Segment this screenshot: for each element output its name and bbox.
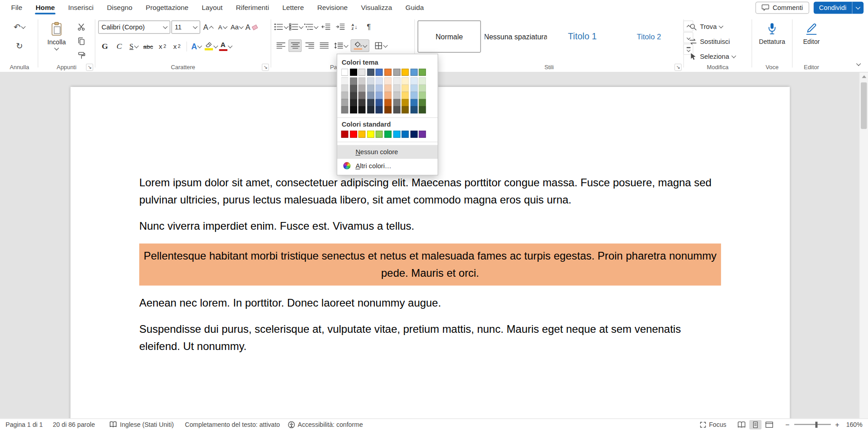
menu-tab-lettere[interactable]: Lettere [276, 0, 311, 15]
style-card-titolo-1[interactable]: Titolo 1 [551, 20, 614, 52]
theme-variant-swatch[interactable] [359, 92, 366, 99]
theme-variant-swatch[interactable] [341, 85, 349, 92]
multilevel-list-button[interactable] [304, 20, 318, 33]
theme-variant-swatch[interactable] [384, 85, 392, 92]
line-spacing-button[interactable] [332, 39, 349, 52]
theme-variant-swatch[interactable] [401, 92, 409, 99]
share-button[interactable]: Condividi [813, 1, 863, 14]
standard-color-swatch[interactable] [376, 131, 383, 138]
increase-indent-button[interactable] [333, 20, 346, 33]
theme-variant-swatch[interactable] [401, 77, 409, 85]
menu-tab-layout[interactable]: Layout [195, 0, 229, 15]
appunti-dialog-launcher[interactable]: ↘ [86, 64, 93, 71]
theme-variant-swatch[interactable] [367, 99, 374, 106]
zoom-in-button[interactable]: + [834, 421, 841, 429]
standard-color-swatch[interactable] [367, 131, 374, 138]
dictate-button[interactable]: Dettatura [756, 20, 788, 63]
find-button[interactable]: Trova [687, 20, 749, 33]
bullets-button[interactable] [274, 20, 288, 33]
theme-color-swatch[interactable] [384, 69, 392, 76]
paragraph-3[interactable]: Pellentesque habitant morbi tristique se… [139, 244, 721, 286]
comments-button[interactable]: Commenti [755, 1, 809, 14]
theme-color-swatch[interactable] [376, 69, 383, 76]
strikethrough-button[interactable]: abc [142, 40, 155, 52]
format-painter-button[interactable] [74, 49, 87, 62]
italic-button[interactable]: C [113, 40, 126, 52]
theme-color-swatch[interactable] [359, 69, 366, 76]
standard-color-swatch[interactable] [393, 131, 400, 138]
replace-button[interactable]: Sostituisci [687, 35, 749, 47]
carattere-dialog-launcher[interactable]: ↘ [262, 64, 269, 71]
change-case-button[interactable]: Aa [230, 21, 243, 33]
font-color-button[interactable]: A [218, 40, 231, 52]
more-colors-option[interactable]: Altri colori… [337, 159, 438, 173]
theme-variant-swatch[interactable] [393, 85, 400, 92]
numbering-button[interactable] [289, 20, 303, 33]
standard-color-swatch[interactable] [341, 131, 349, 138]
paragraph-5[interactable]: Suspendisse dui purus, scelerisque at, v… [139, 321, 721, 355]
menu-tab-disegno[interactable]: Disegno [100, 0, 139, 15]
menu-tab-inserisci[interactable]: Inserisci [61, 0, 100, 15]
align-center-button[interactable] [288, 39, 302, 52]
theme-variant-swatch[interactable] [393, 92, 400, 99]
accessibility-status[interactable]: Accessibilità: conforme [288, 421, 363, 428]
page-indicator[interactable]: Pagina 1 di 1 [5, 421, 42, 428]
text-effects-button[interactable]: A [190, 40, 203, 52]
grow-font-button[interactable]: A [201, 21, 214, 33]
scrollbar-thumb[interactable] [861, 82, 867, 129]
theme-color-swatch[interactable] [350, 69, 357, 76]
theme-variant-swatch[interactable] [350, 106, 357, 113]
style-card-titolo-2[interactable]: Titolo 2 [617, 20, 680, 52]
paragraph-2[interactable]: Nunc viverra imperdiet enim. Fusce est. … [139, 217, 721, 235]
menu-tab-home[interactable]: Home [29, 0, 61, 15]
theme-variant-swatch[interactable] [410, 106, 418, 113]
borders-button[interactable] [371, 39, 391, 52]
theme-variant-swatch[interactable] [384, 92, 392, 99]
style-card-nessuna-spaziatura[interactable]: Nessuna spaziatura [484, 20, 547, 52]
zoom-out-button[interactable]: − [784, 421, 791, 429]
sort-button[interactable]: AZ ↓ [348, 20, 361, 33]
standard-color-swatch[interactable] [401, 131, 409, 138]
standard-color-swatch[interactable] [419, 131, 426, 138]
underline-button[interactable]: S [127, 40, 140, 52]
theme-variant-swatch[interactable] [359, 77, 366, 85]
theme-variant-swatch[interactable] [384, 77, 392, 85]
theme-variant-swatch[interactable] [350, 85, 357, 92]
theme-color-swatch[interactable] [393, 69, 400, 76]
read-mode-button[interactable] [735, 420, 747, 429]
zoom-slider[interactable] [794, 424, 830, 425]
theme-variant-swatch[interactable] [419, 92, 426, 99]
editor-button[interactable]: Editor [796, 20, 827, 63]
focus-toggle[interactable]: Focus [700, 421, 726, 428]
theme-variant-swatch[interactable] [410, 85, 418, 92]
undo-button[interactable]: ↶ [4, 20, 35, 33]
copy-button[interactable] [74, 35, 87, 47]
theme-variant-swatch[interactable] [376, 85, 383, 92]
theme-variant-swatch[interactable] [419, 85, 426, 92]
standard-color-swatch[interactable] [410, 131, 418, 138]
theme-variant-swatch[interactable] [350, 92, 357, 99]
bold-button[interactable]: G [98, 40, 111, 52]
superscript-button[interactable]: x2 [170, 40, 184, 52]
no-color-option[interactable]: Nessun colore [337, 145, 438, 159]
text-highlight-button[interactable] [204, 40, 217, 52]
theme-variant-swatch[interactable] [341, 99, 349, 106]
text-completion-status[interactable]: Completamento del testo: attivato [185, 421, 280, 428]
theme-variant-swatch[interactable] [341, 106, 349, 113]
theme-variant-swatch[interactable] [410, 92, 418, 99]
theme-variant-swatch[interactable] [410, 77, 418, 85]
shading-button[interactable] [350, 39, 369, 52]
theme-variant-swatch[interactable] [341, 77, 349, 85]
theme-variant-swatch[interactable] [393, 106, 400, 113]
print-layout-button[interactable] [749, 420, 761, 429]
align-left-button[interactable] [274, 39, 287, 52]
theme-variant-swatch[interactable] [419, 99, 426, 106]
stili-dialog-launcher[interactable]: ↘ [675, 64, 682, 71]
menu-tab-revisione[interactable]: Revisione [311, 0, 354, 15]
theme-variant-swatch[interactable] [359, 106, 366, 113]
theme-variant-swatch[interactable] [376, 77, 383, 85]
select-button[interactable]: Seleziona [687, 50, 749, 62]
scroll-up-arrow[interactable] [862, 75, 866, 78]
paragraph-1[interactable]: Lorem ipsum dolor sit amet, consectetuer… [139, 175, 721, 209]
theme-variant-swatch[interactable] [393, 99, 400, 106]
